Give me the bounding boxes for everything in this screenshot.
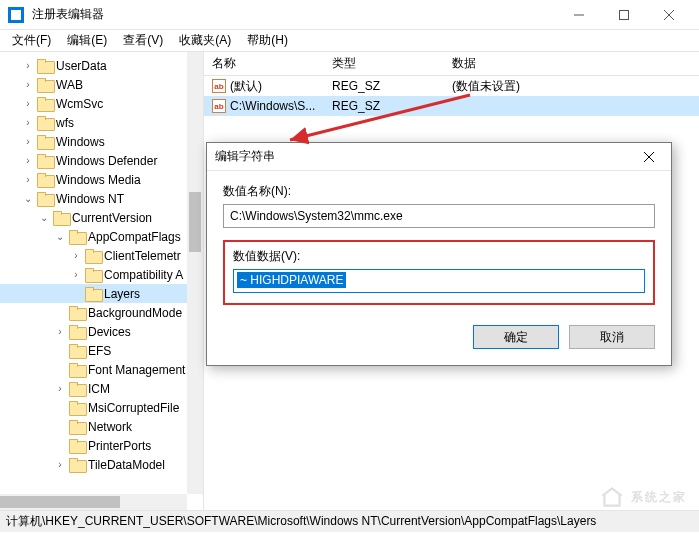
chevron-right-icon[interactable]: ›: [54, 459, 66, 470]
maximize-button[interactable]: [601, 0, 646, 30]
ok-button[interactable]: 确定: [473, 325, 559, 349]
tree-node[interactable]: Network: [0, 417, 203, 436]
tree-node[interactable]: ›Windows Media: [0, 170, 203, 189]
cell-type: REG_SZ: [324, 79, 444, 93]
folder-icon: [85, 287, 101, 301]
col-type[interactable]: 类型: [324, 55, 444, 72]
chevron-down-icon[interactable]: ⌄: [22, 193, 34, 204]
tree-node[interactable]: ›Windows Defender: [0, 151, 203, 170]
folder-icon: [69, 401, 85, 415]
tree-node-label: UserData: [56, 59, 107, 73]
folder-icon: [69, 344, 85, 358]
tree-node[interactable]: ›Windows: [0, 132, 203, 151]
data-input[interactable]: [233, 269, 645, 293]
tree-node-label: Font Management: [88, 363, 185, 377]
folder-icon: [85, 249, 101, 263]
folder-icon: [69, 306, 85, 320]
tree-node-label: AppCompatFlags: [88, 230, 181, 244]
chevron-down-icon[interactable]: ⌄: [38, 212, 50, 223]
tree-node[interactable]: ⌄CurrentVersion: [0, 208, 203, 227]
tree-node[interactable]: ›wfs: [0, 113, 203, 132]
tree-node-label: PrinterPorts: [88, 439, 151, 453]
cancel-button[interactable]: 取消: [569, 325, 655, 349]
name-input[interactable]: [223, 204, 655, 228]
name-label: 数值名称(N):: [223, 183, 655, 200]
close-button[interactable]: [646, 0, 691, 30]
dialog-close-button[interactable]: [635, 143, 663, 171]
tree-node-label: Devices: [88, 325, 131, 339]
menu-help[interactable]: 帮助(H): [239, 30, 296, 51]
tree-node[interactable]: ›WAB: [0, 75, 203, 94]
chevron-right-icon[interactable]: ›: [22, 155, 34, 166]
folder-icon: [69, 382, 85, 396]
chevron-right-icon[interactable]: ›: [22, 174, 34, 185]
folder-icon: [69, 458, 85, 472]
tree-node-label: Layers: [104, 287, 140, 301]
tree-node[interactable]: ›TileDataModel: [0, 455, 203, 474]
folder-icon: [69, 230, 85, 244]
watermark-text: 系统之家: [631, 489, 687, 506]
tree-node-label: ClientTelemetr: [104, 249, 181, 263]
folder-icon: [37, 78, 53, 92]
menu-view[interactable]: 查看(V): [115, 30, 171, 51]
svg-rect-1: [619, 10, 628, 19]
edit-string-dialog: 编辑字符串 数值名称(N): 数值数据(V): ~ HIGHDPIAWARE 确…: [206, 142, 672, 366]
data-label: 数值数据(V):: [233, 248, 645, 265]
tree-node[interactable]: ⌄Windows NT: [0, 189, 203, 208]
tree-node-label: CurrentVersion: [72, 211, 152, 225]
chevron-right-icon[interactable]: ›: [22, 117, 34, 128]
tree-node[interactable]: BackgroundMode: [0, 303, 203, 322]
tree-node[interactable]: ›UserData: [0, 56, 203, 75]
list-header: 名称 类型 数据: [204, 52, 699, 76]
folder-icon: [69, 325, 85, 339]
tree-node[interactable]: ›ClientTelemetr: [0, 246, 203, 265]
folder-icon: [37, 97, 53, 111]
tree-scrollbar-horizontal[interactable]: [0, 494, 187, 510]
chevron-right-icon[interactable]: ›: [70, 250, 82, 261]
tree-node[interactable]: MsiCorruptedFile: [0, 398, 203, 417]
window-title: 注册表编辑器: [32, 6, 556, 23]
chevron-right-icon[interactable]: ›: [54, 383, 66, 394]
tree-node[interactable]: ⌄AppCompatFlags: [0, 227, 203, 246]
folder-icon: [85, 268, 101, 282]
tree-node[interactable]: Font Management: [0, 360, 203, 379]
status-path: 计算机\HKEY_CURRENT_USER\SOFTWARE\Microsoft…: [6, 513, 596, 530]
folder-icon: [37, 135, 53, 149]
col-name[interactable]: 名称: [204, 55, 324, 72]
chevron-right-icon[interactable]: ›: [22, 60, 34, 71]
app-icon: [8, 7, 24, 23]
chevron-down-icon[interactable]: ⌄: [54, 231, 66, 242]
chevron-right-icon[interactable]: ›: [22, 136, 34, 147]
tree-node[interactable]: ›WcmSvc: [0, 94, 203, 113]
tree-node[interactable]: EFS: [0, 341, 203, 360]
chevron-right-icon[interactable]: ›: [70, 269, 82, 280]
tree-node[interactable]: ›Compatibility A: [0, 265, 203, 284]
watermark: 系统之家: [599, 484, 687, 510]
chevron-right-icon[interactable]: ›: [22, 79, 34, 90]
menu-edit[interactable]: 编辑(E): [59, 30, 115, 51]
data-highlight-box: 数值数据(V): ~ HIGHDPIAWARE: [223, 240, 655, 305]
dialog-title: 编辑字符串: [215, 148, 635, 165]
tree-node-label: WcmSvc: [56, 97, 103, 111]
col-data[interactable]: 数据: [444, 55, 699, 72]
folder-icon: [69, 420, 85, 434]
folder-icon: [37, 192, 53, 206]
tree-node-label: Network: [88, 420, 132, 434]
folder-icon: [37, 59, 53, 73]
list-row[interactable]: ab(默认)REG_SZ(数值未设置): [204, 76, 699, 96]
chevron-right-icon[interactable]: ›: [54, 326, 66, 337]
tree-node[interactable]: ›Devices: [0, 322, 203, 341]
minimize-button[interactable]: [556, 0, 601, 30]
folder-icon: [69, 439, 85, 453]
menu-file[interactable]: 文件(F): [4, 30, 59, 51]
tree-node-label: ICM: [88, 382, 110, 396]
chevron-right-icon[interactable]: ›: [22, 98, 34, 109]
tree-node[interactable]: PrinterPorts: [0, 436, 203, 455]
list-row[interactable]: abC:\Windows\S...REG_SZ: [204, 96, 699, 116]
menu-favorites[interactable]: 收藏夹(A): [171, 30, 239, 51]
tree-node-label: BackgroundMode: [88, 306, 182, 320]
string-value-icon: ab: [212, 79, 226, 93]
tree-node[interactable]: ›ICM: [0, 379, 203, 398]
tree-node[interactable]: Layers: [0, 284, 203, 303]
tree-scrollbar-vertical[interactable]: [187, 52, 203, 494]
